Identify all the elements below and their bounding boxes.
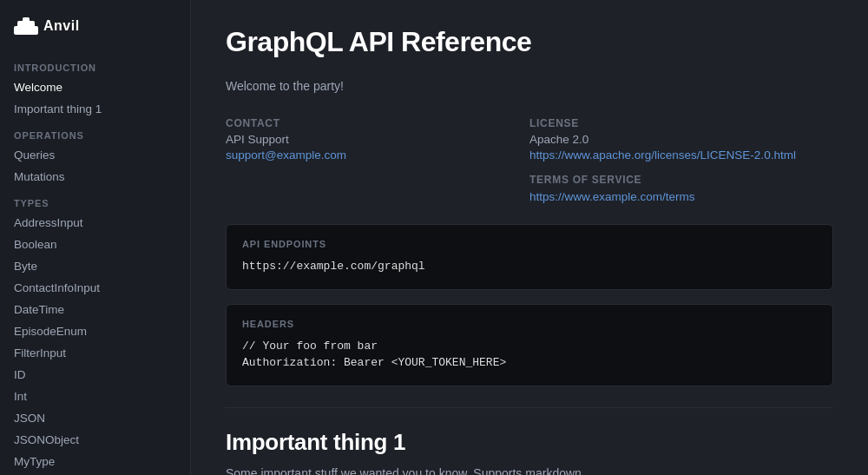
info-grid: Contact API Support support@example.com … <box>226 117 833 203</box>
contact-block: Contact API Support support@example.com <box>226 117 529 203</box>
markdown-link[interactable]: markdown <box>525 466 582 476</box>
sidebar-item-welcome[interactable]: Welcome <box>0 76 190 98</box>
headers-code: // Your foo from bar Authorization: Bear… <box>242 338 817 372</box>
contact-label: Contact <box>226 117 512 129</box>
headers-label: HEADERS <box>242 319 817 329</box>
sidebar-section-label: Types <box>0 188 190 212</box>
sidebar-item-int[interactable]: Int <box>0 386 190 407</box>
sidebar-section-label: Operations <box>0 120 190 144</box>
welcome-text: Welcome to the party! <box>226 79 833 93</box>
api-endpoints-code: https://example.com/graphql <box>242 258 817 275</box>
anvil-logo-icon <box>14 17 38 35</box>
sidebar-nav: IntroductionWelcomeImportant thing 1Oper… <box>0 52 190 475</box>
license-value: Apache 2.0 <box>529 133 799 146</box>
logo-text: Anvil <box>43 18 80 34</box>
headers-block: HEADERS // Your foo from bar Authorizati… <box>226 304 833 386</box>
sidebar: Anvil IntroductionWelcomeImportant thing… <box>0 0 191 475</box>
license-label: License <box>529 117 799 129</box>
sidebar-item-json[interactable]: JSON <box>0 407 190 429</box>
svg-rect-2 <box>23 17 30 23</box>
sidebar-item-id[interactable]: ID <box>0 364 190 386</box>
sidebar-item-mutations[interactable]: Mutations <box>0 166 190 188</box>
section-desc: Some important stuff we wanted you to kn… <box>226 466 833 476</box>
terms-block: Terms of Service https://www.example.com… <box>529 174 816 203</box>
sidebar-item-queries[interactable]: Queries <box>0 144 190 166</box>
api-endpoints-label: API ENDPOINTS <box>242 239 817 249</box>
sidebar-item-jsonobject[interactable]: JSONObject <box>0 429 190 451</box>
section-title: Important thing 1 <box>226 429 833 456</box>
terms-label: Terms of Service <box>529 174 799 186</box>
sidebar-section-label: Introduction <box>0 52 190 76</box>
sidebar-item-byte[interactable]: Byte <box>0 255 190 277</box>
sidebar-item-important-thing-1[interactable]: Important thing 1 <box>0 98 190 120</box>
contact-link[interactable]: support@example.com <box>226 148 346 162</box>
sidebar-item-episodeenum[interactable]: EpisodeEnum <box>0 320 190 342</box>
page-title: GraphQL API Reference <box>226 26 833 58</box>
license-link[interactable]: https://www.apache.org/licenses/LICENSE-… <box>529 148 796 162</box>
sidebar-item-mytype[interactable]: MyType <box>0 451 190 472</box>
section-divider <box>226 407 833 408</box>
sidebar-item-filterinput[interactable]: FilterInput <box>0 342 190 364</box>
logo: Anvil <box>0 17 190 52</box>
sidebar-item-contactinfoinput[interactable]: ContactInfoInput <box>0 277 190 299</box>
right-info: License Apache 2.0 https://www.apache.or… <box>529 117 833 203</box>
license-block: License Apache 2.0 https://www.apache.or… <box>529 117 816 162</box>
sidebar-item-boolean[interactable]: Boolean <box>0 234 190 255</box>
sidebar-item-addressinput[interactable]: AddressInput <box>0 212 190 234</box>
main-content: GraphQL API Reference Welcome to the par… <box>191 0 868 475</box>
contact-value: API Support <box>226 133 512 146</box>
api-endpoints-block: API ENDPOINTS https://example.com/graphq… <box>226 224 833 290</box>
terms-link[interactable]: https://www.example.com/terms <box>529 190 695 203</box>
sidebar-item-datetime[interactable]: DateTime <box>0 299 190 320</box>
